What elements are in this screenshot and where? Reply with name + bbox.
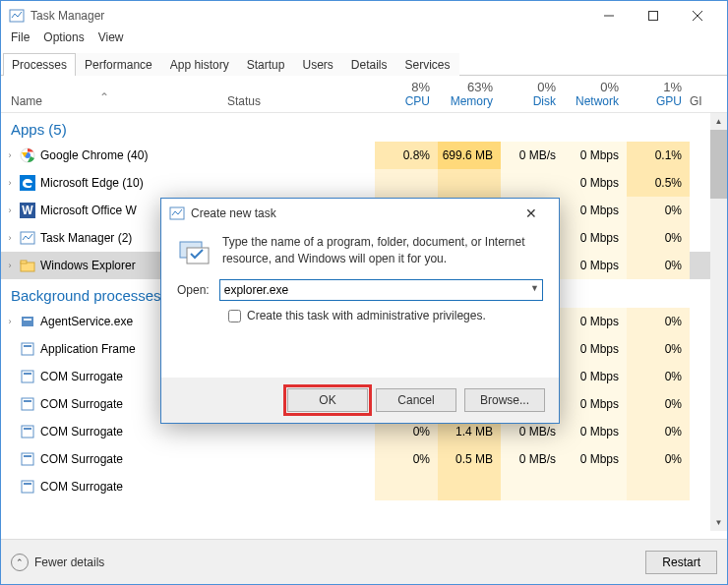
scrollbar[interactable]: ▲ ▼ xyxy=(710,113,727,531)
cell-gpu: 0% xyxy=(627,308,690,335)
dialog-message: Type the name of a program, folder, docu… xyxy=(222,234,543,267)
cell-disk xyxy=(501,169,564,197)
cell-network: 0 Mbps xyxy=(564,169,627,197)
svg-rect-18 xyxy=(24,373,31,375)
process-row[interactable]: COM Surrogate xyxy=(1,473,727,500)
svg-rect-21 xyxy=(22,426,33,438)
restart-button[interactable]: Restart xyxy=(645,551,717,574)
browse-button[interactable]: Browse... xyxy=(464,388,545,412)
app-icon xyxy=(19,369,36,384)
cell-memory: 0.5 MB xyxy=(438,445,501,473)
menu-file[interactable]: File xyxy=(11,30,30,50)
cell-gpu: 0.5% xyxy=(627,169,690,197)
admin-checkbox[interactable] xyxy=(228,310,241,322)
open-combobox[interactable]: ▼ xyxy=(219,279,543,301)
cell-gpu: 0.1% xyxy=(627,142,690,169)
tab-processes[interactable]: Processes xyxy=(3,53,76,76)
tab-services[interactable]: Services xyxy=(396,53,459,76)
process-name: COM Surrogate xyxy=(36,452,227,466)
cell-gpu: 0% xyxy=(627,335,690,363)
svg-rect-23 xyxy=(22,453,33,465)
tab-performance[interactable]: Performance xyxy=(76,53,161,76)
task-manager-icon xyxy=(9,8,25,24)
svg-rect-17 xyxy=(22,371,33,382)
process-row[interactable]: › Microsoft Edge (10) 0 Mbps 0.5% xyxy=(1,169,727,197)
cell-network: 0 Mbps xyxy=(564,445,627,473)
header-gpu-engine[interactable]: GI xyxy=(690,94,709,108)
titlebar: Task Manager xyxy=(1,1,727,30)
cell-network: 0 Mbps xyxy=(564,197,627,224)
header-memory-label: Memory xyxy=(438,94,493,108)
tab-startup[interactable]: Startup xyxy=(238,53,294,76)
header-status[interactable]: Status xyxy=(227,94,375,108)
header-network-label: Network xyxy=(564,94,619,108)
header-network[interactable]: 0%Network xyxy=(564,80,627,108)
cell-gpu xyxy=(627,473,690,500)
cell-memory xyxy=(438,169,501,197)
cell-gpu: 0% xyxy=(627,445,690,473)
scroll-up-icon[interactable]: ▲ xyxy=(710,113,727,130)
svg-rect-14 xyxy=(24,319,31,321)
app-icon xyxy=(19,396,36,412)
dialog-title: Create new task xyxy=(191,206,512,220)
cell-network: 0 Mbps xyxy=(564,390,627,418)
tab-details[interactable]: Details xyxy=(342,53,396,76)
cell-memory: 699.6 MB xyxy=(438,142,501,169)
tabs: Processes Performance App history Startu… xyxy=(1,52,727,76)
cell-disk: 0 MB/s xyxy=(501,445,564,473)
fewer-details-button[interactable]: ⌃ Fewer details xyxy=(11,554,104,571)
header-cpu-pct: 8% xyxy=(375,80,430,94)
expand-icon[interactable]: › xyxy=(1,178,19,188)
process-row[interactable]: COM Surrogate 0% 0.5 MB 0 MB/s 0 Mbps 0% xyxy=(1,445,727,473)
task-manager-icon xyxy=(169,205,185,221)
sort-indicator-icon: ⌃ xyxy=(99,90,109,104)
group-apps: Apps (5) xyxy=(1,113,727,142)
chevron-down-icon[interactable]: ▼ xyxy=(530,283,539,293)
svg-rect-24 xyxy=(24,455,31,457)
expand-icon[interactable]: › xyxy=(1,317,19,326)
expand-icon[interactable]: › xyxy=(1,233,19,243)
svg-rect-22 xyxy=(24,428,31,430)
dialog-close-button[interactable]: ✕ xyxy=(512,200,551,227)
svg-rect-2 xyxy=(648,12,657,21)
header-cpu[interactable]: 8%CPU xyxy=(375,80,438,108)
menu-options[interactable]: Options xyxy=(43,30,84,50)
expand-icon[interactable]: › xyxy=(1,205,19,215)
scroll-thumb[interactable] xyxy=(710,130,727,199)
svg-rect-26 xyxy=(24,483,31,485)
close-button[interactable] xyxy=(675,2,719,29)
minimize-button[interactable] xyxy=(586,2,631,29)
cell-gpu: 0% xyxy=(627,390,690,418)
process-name: COM Surrogate xyxy=(36,480,227,494)
header-memory-pct: 63% xyxy=(438,80,493,94)
expand-icon[interactable]: › xyxy=(1,261,19,270)
process-name: Microsoft Edge (10) xyxy=(36,176,227,190)
svg-rect-15 xyxy=(22,343,33,355)
header-disk-pct: 0% xyxy=(501,80,556,94)
header-gpu[interactable]: 1%GPU xyxy=(627,80,690,108)
dialog-titlebar: Create new task ✕ xyxy=(161,199,559,228)
window-title: Task Manager xyxy=(30,9,586,23)
tab-users[interactable]: Users xyxy=(293,53,341,76)
header-memory[interactable]: 63%Memory xyxy=(438,80,501,108)
run-icon xyxy=(177,234,211,267)
scroll-down-icon[interactable]: ▼ xyxy=(710,514,727,531)
ok-button[interactable]: OK xyxy=(287,388,368,412)
svg-text:W: W xyxy=(22,204,33,217)
maximize-button[interactable] xyxy=(631,2,675,29)
cell-gpu: 0% xyxy=(627,418,690,445)
tab-app-history[interactable]: App history xyxy=(161,53,238,76)
header-disk[interactable]: 0%Disk xyxy=(501,80,564,108)
header-name[interactable]: ⌃ Name xyxy=(1,94,227,108)
cell-cpu xyxy=(375,169,438,197)
expand-icon[interactable]: › xyxy=(1,150,19,160)
open-input[interactable] xyxy=(219,279,543,301)
svg-rect-25 xyxy=(22,481,33,493)
process-row[interactable]: › Google Chrome (40) 0.8% 699.6 MB 0 MB/… xyxy=(1,142,727,169)
cancel-button[interactable]: Cancel xyxy=(376,388,456,412)
svg-rect-13 xyxy=(22,317,33,326)
app-icon xyxy=(19,479,36,495)
menu-view[interactable]: View xyxy=(98,30,124,50)
edge-icon xyxy=(19,175,36,191)
cell-memory xyxy=(438,473,501,500)
